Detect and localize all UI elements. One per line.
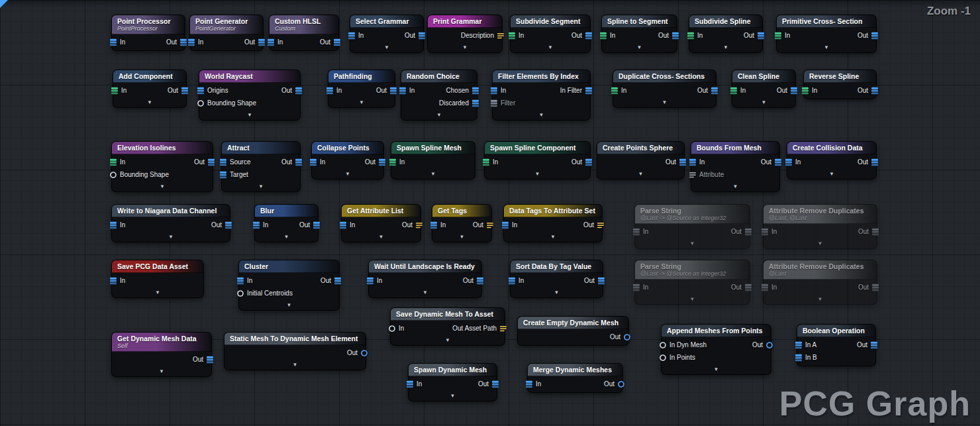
collapse-chevron-icon[interactable]: ▾ bbox=[635, 240, 750, 248]
pin-filter[interactable]: Filter bbox=[497, 99, 515, 107]
node-header[interactable]: Pathfinding bbox=[328, 70, 395, 83]
pin-in[interactable]: In bbox=[639, 228, 648, 236]
node-header[interactable]: Spline to Segment bbox=[602, 15, 677, 28]
node-header[interactable]: Custom HLSLCustom bbox=[270, 15, 338, 34]
collapse-chevron-icon[interactable]: ▾ bbox=[787, 170, 876, 179]
pin-initial-centroids[interactable]: Initial Centroids bbox=[243, 290, 293, 297]
pin-out[interactable]: Out bbox=[604, 380, 618, 388]
pin-out[interactable]: Out bbox=[583, 221, 598, 229]
node-cluster[interactable]: ClusterInOutInitial Centroids▾ bbox=[238, 260, 340, 311]
pin-in[interactable]: In bbox=[405, 87, 415, 95]
pin-in[interactable]: In bbox=[116, 277, 125, 285]
node-header[interactable]: Random Choice bbox=[401, 70, 477, 83]
pin-in[interactable]: In bbox=[693, 32, 703, 40]
pin-out[interactable]: Out bbox=[858, 32, 872, 40]
pin-in[interactable]: In bbox=[116, 158, 125, 166]
pin-chosen[interactable]: Chosen bbox=[446, 87, 473, 95]
node-spawn-spline-mesh[interactable]: Spawn Spline MeshIn▾ bbox=[391, 141, 475, 180]
collapse-chevron-icon[interactable]: ▾ bbox=[732, 99, 795, 107]
pin-in[interactable]: In bbox=[373, 277, 382, 285]
node-header[interactable]: Parse String@Last -> @Source as Integer3… bbox=[635, 260, 750, 280]
pin-out[interactable]: Out bbox=[665, 158, 680, 166]
pin-out[interactable]: Out bbox=[244, 38, 259, 46]
pin-out[interactable]: Out bbox=[761, 158, 775, 166]
node-header[interactable]: Create Collision Data bbox=[787, 142, 876, 154]
pin-in[interactable]: In bbox=[116, 38, 125, 46]
node-header[interactable]: Spawn Spline Component bbox=[485, 142, 590, 154]
pin-out[interactable]: Out bbox=[857, 341, 871, 349]
collapse-chevron-icon[interactable]: ▾ bbox=[428, 44, 502, 52]
pin-in-b[interactable]: In B bbox=[801, 354, 817, 362]
node-create-collision-data[interactable]: Create Collision DataInOut▾ bbox=[787, 141, 877, 180]
pin-attribute[interactable]: Attribute bbox=[695, 171, 724, 179]
pin-out[interactable]: Out bbox=[347, 349, 362, 357]
pin-out[interactable]: Out bbox=[858, 158, 872, 166]
collapse-chevron-icon[interactable]: ▾ bbox=[763, 240, 877, 248]
pin-in[interactable]: In bbox=[514, 277, 524, 285]
node-merge-dynamic-meshes[interactable]: Merge Dynamic MeshesInOut bbox=[527, 363, 623, 393]
node-header[interactable]: Spawn Spline Mesh bbox=[391, 142, 475, 154]
pin-out-asset-path[interactable]: Out Asset Path bbox=[452, 325, 501, 333]
node-parse-string-2[interactable]: Parse String@Last -> @Source as Integer3… bbox=[634, 260, 750, 305]
node-header[interactable]: Get Attribute List bbox=[342, 205, 420, 217]
node-primitive-cross-section[interactable]: Primitive Cross- SectionInOut▾ bbox=[776, 15, 877, 53]
pin-in[interactable]: In bbox=[514, 32, 524, 40]
pin-out[interactable]: Out bbox=[320, 277, 335, 285]
pin-in[interactable]: In bbox=[354, 32, 364, 40]
node-header[interactable]: Get Dynamic Mesh DataSelf bbox=[112, 333, 211, 352]
node-header[interactable]: Attribute Remove Duplicates@Last bbox=[763, 260, 877, 280]
node-elevation-isolines[interactable]: Elevation IsolinesInOutBounding Shape▾ bbox=[111, 141, 213, 192]
pin-in[interactable]: In bbox=[617, 87, 626, 95]
node-add-component[interactable]: Add ComponentInOut▾ bbox=[113, 70, 187, 108]
collapse-chevron-icon[interactable]: ▾ bbox=[350, 44, 423, 52]
graph-canvas[interactable]: Zoom -1 Point ProcessorPointProcessorInO… bbox=[0, 0, 980, 426]
pin-in[interactable]: In bbox=[117, 87, 126, 95]
node-spawn-dynamic-mesh[interactable]: Spawn Dynamic MeshInOut▾ bbox=[408, 363, 497, 401]
node-data-tags-to-attribute-set[interactable]: Data Tags To Attribute SetInOut▾ bbox=[503, 204, 603, 242]
node-spline-to-segment[interactable]: Spline to SegmentInOut▾ bbox=[601, 15, 677, 53]
pin-out[interactable]: Out bbox=[858, 284, 873, 292]
pin-in[interactable]: In bbox=[695, 158, 705, 166]
node-header[interactable]: Collapse Points bbox=[312, 142, 383, 154]
collapse-chevron-icon[interactable]: ▾ bbox=[602, 44, 677, 52]
pin-out[interactable]: Out bbox=[281, 87, 296, 95]
collapse-chevron-icon[interactable]: ▾ bbox=[662, 366, 771, 374]
node-spawn-spline-component[interactable]: Spawn Spline ComponentInOut▾ bbox=[484, 141, 591, 180]
node-create-empty-dynamic-mesh[interactable]: Create Empty Dynamic MeshOut bbox=[517, 316, 629, 346]
pin-in[interactable]: In bbox=[346, 221, 355, 229]
pin-in[interactable]: In bbox=[736, 87, 746, 95]
collapse-chevron-icon[interactable]: ▾ bbox=[391, 337, 505, 345]
node-get-attribute-list[interactable]: Get Attribute ListInOut▾ bbox=[341, 204, 421, 242]
collapse-chevron-icon[interactable]: ▾ bbox=[113, 99, 186, 107]
node-header[interactable]: Filter Elements By Index bbox=[493, 70, 590, 83]
node-attribute-remove-duplicates-2[interactable]: Attribute Remove Duplicates@LastInOut▾ bbox=[763, 260, 877, 305]
pin-in[interactable]: In bbox=[606, 32, 615, 40]
node-point-generator[interactable]: Point GeneratorPointGeneratorInOut bbox=[189, 15, 264, 51]
node-collapse-points[interactable]: Collapse PointsInOut▾ bbox=[311, 141, 384, 180]
node-bounds-from-mesh[interactable]: Bounds From MeshInOutAttribute▾ bbox=[691, 141, 780, 192]
pin-out[interactable]: Out bbox=[365, 158, 379, 166]
node-header[interactable]: Attract bbox=[222, 142, 300, 154]
node-wait-until-landscape-is-ready[interactable]: Wait Until Landscape Is ReadyInOut▾ bbox=[368, 260, 482, 298]
pin-in[interactable]: In bbox=[532, 380, 541, 388]
pin-in[interactable]: In bbox=[497, 87, 506, 95]
pin-out[interactable]: Out bbox=[211, 221, 226, 229]
node-header[interactable]: Append Meshes From Points bbox=[662, 325, 771, 337]
collapse-chevron-icon[interactable]: ▾ bbox=[485, 170, 590, 179]
pin-discarded[interactable]: Discarded bbox=[439, 99, 473, 107]
collapse-chevron-icon[interactable]: ▾ bbox=[635, 295, 750, 304]
node-header[interactable]: Wait Until Landscape Is Ready bbox=[369, 260, 481, 273]
collapse-chevron-icon[interactable]: ▾ bbox=[112, 368, 211, 376]
node-attract[interactable]: AttractSourceOutTarget▾ bbox=[221, 141, 301, 192]
collapse-chevron-icon[interactable]: ▾ bbox=[597, 170, 684, 179]
node-attribute-remove-duplicates-1[interactable]: Attribute Remove Duplicates@Last, @LastI… bbox=[763, 204, 877, 249]
node-header[interactable]: Clean Spline bbox=[732, 70, 795, 83]
collapse-chevron-icon[interactable]: ▾ bbox=[511, 44, 590, 52]
pin-in[interactable]: In bbox=[273, 38, 283, 46]
pin-bounding-shape[interactable]: Bounding Shape bbox=[203, 99, 256, 107]
collapse-chevron-icon[interactable]: ▾ bbox=[504, 233, 602, 242]
node-header[interactable]: Add Component bbox=[113, 70, 186, 83]
node-header[interactable]: Print Grammar bbox=[428, 15, 502, 28]
node-header[interactable]: Save PCG Data Asset bbox=[112, 260, 203, 273]
pin-in[interactable]: In bbox=[116, 221, 125, 229]
